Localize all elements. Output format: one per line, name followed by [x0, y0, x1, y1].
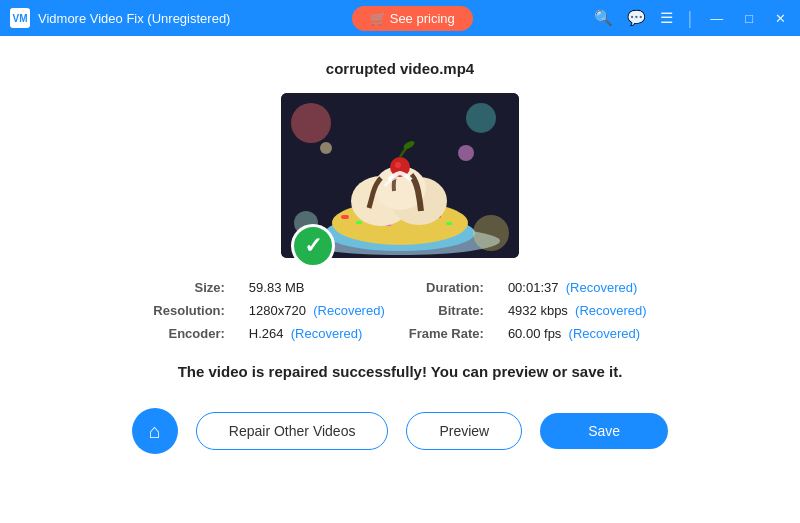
svg-point-16: [395, 162, 401, 168]
minimize-button[interactable]: —: [706, 9, 727, 28]
resolution-value: 1280x720 (Recovered): [249, 303, 385, 318]
framerate-label: Frame Rate:: [409, 326, 484, 341]
bitrate-label: Bitrate:: [409, 303, 484, 318]
size-label: Size:: [153, 280, 225, 295]
title-center: 🛒 See pricing: [352, 6, 473, 31]
svg-point-19: [466, 103, 496, 133]
info-grid: Size: 59.83 MB Duration: 00:01:37 (Recov…: [153, 280, 646, 341]
repair-other-button[interactable]: Repair Other Videos: [196, 412, 389, 450]
bitrate-value: 4932 kbps (Recovered): [508, 303, 647, 318]
duration-label: Duration:: [409, 280, 484, 295]
duration-recovered: (Recovered): [566, 280, 638, 295]
svg-rect-11: [446, 222, 452, 225]
title-left: VM Vidmore Video Fix (Unregistered): [10, 8, 230, 28]
size-value: 59.83 MB: [249, 280, 385, 295]
bitrate-recovered: (Recovered): [575, 303, 647, 318]
search-icon[interactable]: 🔍: [594, 9, 613, 27]
svg-rect-5: [356, 221, 362, 224]
maximize-button[interactable]: □: [741, 9, 757, 28]
main-content: corrupted video.mp4: [0, 36, 800, 523]
close-button[interactable]: ✕: [771, 9, 790, 28]
separator: |: [687, 8, 692, 29]
app-title: Vidmore Video Fix (Unregistered): [38, 11, 230, 26]
preview-button[interactable]: Preview: [406, 412, 522, 450]
success-message: The video is repaired successfully! You …: [178, 363, 623, 380]
resolution-recovered: (Recovered): [313, 303, 385, 318]
check-badge: ✓: [291, 224, 335, 268]
video-thumbnail-container: ✓: [281, 93, 519, 258]
svg-point-18: [291, 103, 331, 143]
title-icons: 🔍 💬 ☰ | — □ ✕: [594, 8, 790, 29]
framerate-value: 60.00 fps (Recovered): [508, 326, 647, 341]
resolution-label: Resolution:: [153, 303, 225, 318]
framerate-recovered: (Recovered): [569, 326, 641, 341]
message-icon[interactable]: 💬: [627, 9, 646, 27]
app-logo: VM: [10, 8, 30, 28]
see-pricing-button[interactable]: 🛒 See pricing: [352, 6, 473, 31]
bottom-buttons: ⌂ Repair Other Videos Preview Save: [132, 408, 668, 454]
duration-value: 00:01:37 (Recovered): [508, 280, 647, 295]
menu-icon[interactable]: ☰: [660, 9, 673, 27]
svg-point-23: [320, 142, 332, 154]
encoder-label: Encoder:: [153, 326, 225, 341]
save-button[interactable]: Save: [540, 413, 668, 449]
svg-rect-4: [341, 215, 349, 219]
title-bar: VM Vidmore Video Fix (Unregistered) 🛒 Se…: [0, 0, 800, 36]
home-button[interactable]: ⌂: [132, 408, 178, 454]
encoder-recovered: (Recovered): [291, 326, 363, 341]
svg-point-22: [458, 145, 474, 161]
encoder-value: H.264 (Recovered): [249, 326, 385, 341]
video-filename: corrupted video.mp4: [326, 60, 474, 77]
svg-point-20: [473, 215, 509, 251]
